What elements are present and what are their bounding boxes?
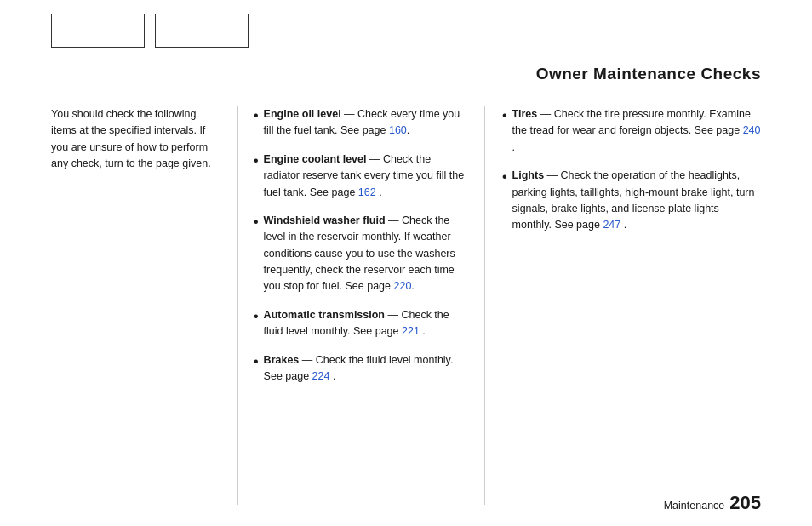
bullet-icon: • — [502, 107, 507, 123]
link-247[interactable]: 247 — [603, 219, 620, 231]
link-240[interactable]: 240 — [743, 124, 761, 136]
bullet-icon: • — [502, 169, 507, 185]
link-220[interactable]: 220 — [394, 280, 412, 292]
bullet-icon: • — [254, 308, 259, 324]
item-text: Windshield washer fluid — Check the leve… — [264, 213, 469, 295]
item-text: Automatic transmission — Check the fluid… — [264, 307, 469, 340]
header-box-2 — [155, 14, 249, 48]
right-column: • Tires — Check the tire pressure monthl… — [485, 106, 761, 505]
list-item: • Lights — Check the operation of the he… — [502, 168, 761, 234]
title-section: Owner Maintenance Checks — [0, 58, 812, 89]
item-text: Tires — Check the tire pressure monthly.… — [512, 106, 761, 156]
item-text: Brakes — Check the fluid level monthly. … — [264, 352, 469, 386]
item-text: Lights — Check the operation of the head… — [512, 168, 761, 234]
page-container: Owner Maintenance Checks You should chec… — [0, 0, 812, 526]
bullet-icon: • — [254, 214, 259, 230]
list-item: • Windshield washer fluid — Check the le… — [254, 213, 469, 295]
list-item: • Tires — Check the tire pressure monthl… — [502, 106, 761, 156]
list-item: • Automatic transmission — Check the flu… — [254, 307, 469, 340]
item-text: Engine coolant level — Check the radiato… — [264, 152, 469, 201]
footer-label: Maintenance — [664, 500, 725, 512]
list-item: • Engine oil level — Check every time yo… — [254, 106, 469, 140]
item-text: Engine oil level — Check every time you … — [264, 106, 469, 140]
header-box-1 — [51, 14, 145, 48]
bullet-icon: • — [254, 107, 259, 123]
bullet-icon: • — [254, 152, 259, 169]
page-number: 205 — [729, 492, 761, 514]
link-160[interactable]: 160 — [389, 124, 407, 136]
left-column: You should check the following items at … — [51, 106, 238, 505]
intro-text: You should check the following items at … — [51, 106, 220, 173]
link-162[interactable]: 162 — [358, 186, 376, 198]
middle-column: • Engine oil level — Check every time yo… — [238, 106, 485, 505]
header-boxes — [0, 0, 812, 58]
footer: Maintenance 205 — [664, 492, 761, 514]
list-item: • Engine coolant level — Check the radia… — [254, 152, 469, 201]
link-221[interactable]: 221 — [402, 325, 420, 337]
bullet-icon: • — [254, 353, 259, 369]
page-title: Owner Maintenance Checks — [536, 65, 761, 83]
link-224[interactable]: 224 — [312, 370, 330, 382]
list-item: • Brakes — Check the fluid level monthly… — [254, 352, 469, 386]
main-content: You should check the following items at … — [0, 89, 812, 505]
